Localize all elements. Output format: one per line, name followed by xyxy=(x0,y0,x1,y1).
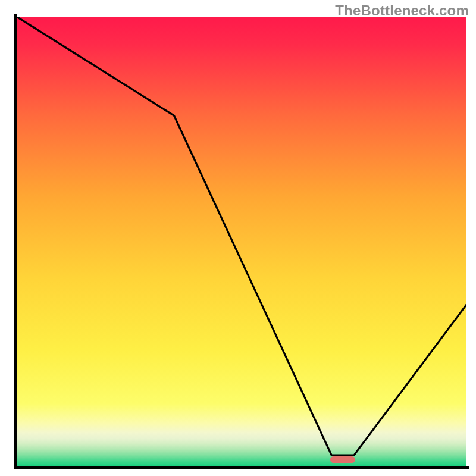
watermark-text: TheBottleneck.com xyxy=(335,2,469,19)
plot-area xyxy=(17,17,466,466)
axis-frame-left xyxy=(14,14,17,469)
optimal-marker-pill xyxy=(330,456,355,463)
axis-frame-bottom xyxy=(14,466,469,469)
chart-stage: TheBottleneck.com xyxy=(0,0,476,476)
